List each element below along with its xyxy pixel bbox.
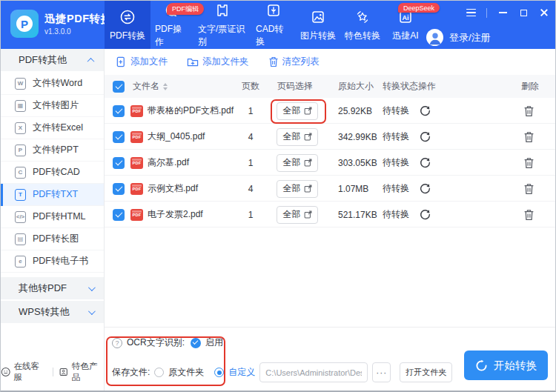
column-status: 转换状态 xyxy=(383,75,418,98)
row-checkbox[interactable] xyxy=(113,131,125,143)
tab-pdf-convert[interactable]: PDF转换 xyxy=(105,1,150,49)
online-support-link[interactable]: 在线客服 xyxy=(1,361,47,383)
tab-ocr[interactable]: 文字/票证识别 xyxy=(193,1,251,49)
title-bar: P 迅捷PDF转换器 v1.3.0.0 PDF转换 PDF编辑 PDF操作 xyxy=(1,1,556,49)
radio-original-folder[interactable] xyxy=(154,368,164,377)
convert-action-button[interactable] xyxy=(417,98,432,124)
file-size: 303.05KB xyxy=(338,150,377,176)
menu-icon[interactable] xyxy=(466,7,476,18)
table-row: PDF 大纲_0405.pdf 4 全部 342.99KB 待转换 xyxy=(105,124,555,150)
start-convert-button[interactable]: 开始转换 xyxy=(464,351,548,380)
sidebar-section-pdf-to-other[interactable]: PDF转其他 xyxy=(1,49,104,71)
edit-pages-icon xyxy=(304,107,312,115)
page-select-button[interactable]: 全部 xyxy=(277,206,318,224)
page-select-button[interactable]: 全部 xyxy=(277,102,318,120)
avatar[interactable] xyxy=(426,29,443,46)
tab-pdf-operate[interactable]: PDF编辑 PDF操作 xyxy=(150,1,193,49)
row-checkbox[interactable] xyxy=(113,209,125,221)
convert-action-button[interactable] xyxy=(417,176,432,202)
sidebar-item-label: PDF转HTML xyxy=(33,210,86,223)
delete-row-button[interactable] xyxy=(521,150,536,176)
minimize-button[interactable] xyxy=(497,7,508,18)
sidebar-item-label: 文件转Word xyxy=(33,77,82,90)
refresh-icon xyxy=(419,208,431,221)
tab-special-convert[interactable]: 特色转换 xyxy=(340,1,385,49)
sidebar-item-pdf-to-ebook[interactable]: e PDF转电子书 xyxy=(1,250,104,273)
sidebar-section-wps-to-other[interactable]: WPS转其他 xyxy=(1,301,104,323)
file-image-icon: ▦ xyxy=(15,100,26,112)
clear-list-button[interactable]: 清空列表 xyxy=(268,56,320,68)
add-file-label: 添加文件 xyxy=(130,56,168,68)
convert-status: 待转换 xyxy=(383,202,409,227)
tab-label: PDF操作 xyxy=(155,23,189,48)
page-select-button[interactable]: 全部 xyxy=(277,180,318,198)
sidebar-item-pdf-to-html[interactable]: </> PDF转HTML xyxy=(1,206,104,228)
convert-action-button[interactable] xyxy=(417,124,432,150)
sort-icon[interactable] xyxy=(163,83,168,90)
tab-cad-convert[interactable]: CAD转换 xyxy=(251,1,296,49)
sidebar-section-other-to-pdf[interactable]: 其他转PDF xyxy=(1,277,104,299)
save-path-input[interactable] xyxy=(259,362,368,382)
pdf-file-icon: PDF xyxy=(130,157,143,169)
convert-status: 待转换 xyxy=(383,124,409,150)
sidebar-item-pdf-to-longimage[interactable]: ▤ PDF转长图 xyxy=(1,228,104,250)
file-name: 大纲_0405.pdf xyxy=(148,124,205,150)
sidebar-item-pdf-to-cad[interactable]: C PDF转CAD xyxy=(1,162,104,184)
maximize-button[interactable] xyxy=(518,7,529,18)
pdf-convert-icon xyxy=(119,8,136,26)
sidebar-item-file-to-image[interactable]: ▦ 文件转图片 xyxy=(1,95,104,117)
browse-button[interactable]: ··· xyxy=(372,362,391,382)
add-file-button[interactable]: 添加文件 xyxy=(116,56,168,68)
add-folder-label: 添加文件夹 xyxy=(202,56,249,68)
page-select-button[interactable]: 全部 xyxy=(277,154,318,172)
ocr-scan-icon xyxy=(214,1,231,19)
delete-row-button[interactable] xyxy=(521,98,536,124)
table-header: 文件名 页数 页码选择 原始大小 转换状态 操作 删除 xyxy=(105,75,555,98)
sidebar-item-file-to-ppt[interactable]: P 文件转PPT xyxy=(1,139,104,162)
pdf-file-icon: PDF xyxy=(130,209,143,221)
row-checkbox[interactable] xyxy=(113,157,125,169)
table-row: PDF 电子发票2.pdf 1 全部 521.17KB 待转换 xyxy=(105,202,555,227)
sidebar-item-file-to-excel[interactable]: X 文件转Excel xyxy=(1,117,104,139)
page-count: 1 xyxy=(242,98,259,124)
pdf-file-icon: PDF xyxy=(130,105,143,117)
tab-ai[interactable]: DeepSeek Ai 迅捷AI xyxy=(385,1,426,49)
open-folder-button[interactable]: 打开文件夹 xyxy=(400,362,452,382)
trash-icon xyxy=(523,157,535,169)
sidebar-item-pdf-to-txt[interactable]: T PDF转TXT xyxy=(1,184,104,206)
check-circle-icon[interactable] xyxy=(191,338,201,348)
select-all-checkbox[interactable] xyxy=(113,81,125,93)
chevron-up-icon xyxy=(87,57,95,64)
page-count: 1 xyxy=(242,150,259,176)
sidebar-item-file-to-word[interactable]: W 文件转Word xyxy=(1,73,104,95)
login-register-link[interactable]: 登录/注册 xyxy=(449,31,491,44)
original-folder-label: 原文件夹 xyxy=(168,366,204,379)
tab-label: 迅捷AI xyxy=(392,30,418,42)
app-window: P 迅捷PDF转换器 v1.3.0.0 PDF转换 PDF编辑 PDF操作 xyxy=(0,0,556,392)
delete-row-button[interactable] xyxy=(521,176,536,202)
radio-custom-folder[interactable] xyxy=(214,368,224,377)
featured-products-link[interactable]: 特色产品 xyxy=(59,361,105,383)
main-nav: PDF转换 PDF编辑 PDF操作 文字/票证识别 CAD转换 xyxy=(105,1,426,49)
row-checkbox[interactable] xyxy=(113,183,125,195)
delete-row-button[interactable] xyxy=(521,124,536,150)
row-checkbox[interactable] xyxy=(113,105,125,117)
delete-row-button[interactable] xyxy=(521,202,536,227)
window-controls xyxy=(466,7,549,18)
help-icon[interactable] xyxy=(112,338,122,348)
tab-image-convert[interactable]: 图片转换 xyxy=(296,1,340,49)
convert-action-button[interactable] xyxy=(417,150,432,176)
close-button[interactable] xyxy=(539,7,549,18)
page-select-button[interactable]: 全部 xyxy=(277,128,318,146)
custom-folder-label: 自定义 xyxy=(228,366,255,379)
refresh-icon xyxy=(419,104,431,117)
file-name: 高尔基.pdf xyxy=(148,150,189,176)
pdf-ebook-icon: e xyxy=(15,256,26,268)
add-folder-button[interactable]: 添加文件夹 xyxy=(187,56,249,68)
convert-action-button[interactable] xyxy=(417,202,432,227)
pdf-file-icon: PDF xyxy=(130,183,143,195)
special-convert-icon xyxy=(354,8,371,26)
page-select-label: 全部 xyxy=(283,182,301,195)
file-excel-icon: X xyxy=(15,122,26,134)
pdf-html-icon: </> xyxy=(15,211,26,223)
